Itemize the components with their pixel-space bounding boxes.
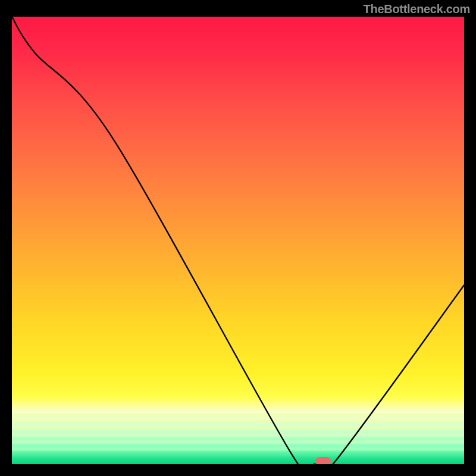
brand-watermark: TheBottleneck.com	[364, 2, 470, 16]
chart-frame: TheBottleneck.com	[0, 0, 476, 476]
bottleneck-curve	[12, 17, 464, 464]
optimal-marker	[315, 457, 331, 464]
plot-area	[12, 17, 464, 464]
